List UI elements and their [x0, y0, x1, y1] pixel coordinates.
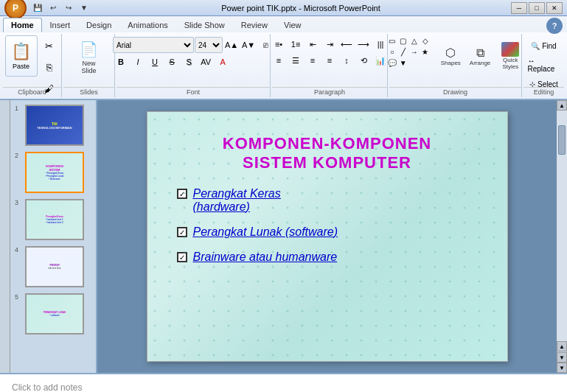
- slide-thumb-content-3: Perangkat Keras • hardware item 1 • hard…: [27, 200, 83, 239]
- slide-canvas-area: KOMPONEN-KOMPONEN SISTEM KOMPUTER ✓ Pera…: [97, 100, 557, 373]
- char-spacing-btn[interactable]: AV: [198, 55, 214, 69]
- find-btn[interactable]: 🔍 Find: [527, 37, 561, 55]
- line-spacing-btn[interactable]: ↕: [338, 53, 355, 68]
- slide-thumb-content-4: PRINTER info text here: [27, 248, 83, 286]
- tab-view[interactable]: View: [276, 18, 310, 32]
- title-bar: P 💾 ↩ ↪ ▼ Power point TIK.pptx - Microso…: [0, 0, 567, 16]
- scroll-prev-page[interactable]: ▲: [557, 341, 567, 351]
- tab-design[interactable]: Design: [78, 18, 119, 32]
- tab-slideshow[interactable]: Slide Show: [176, 18, 233, 32]
- close-btn[interactable]: ✕: [546, 2, 563, 14]
- indent-increase-btn[interactable]: ⇥: [321, 37, 338, 52]
- slide-title: KOMPONEN-KOMPONEN SISTEM KOMPUTER: [177, 134, 478, 172]
- italic-btn[interactable]: I: [130, 55, 146, 69]
- slide-bullets: ✓ Perangkat Keras (hardware) ✓ Perangkat…: [177, 187, 478, 264]
- scroll-next-page[interactable]: ▼: [557, 352, 567, 363]
- window-controls: ─ □ ✕: [511, 2, 563, 14]
- bullet-text-2: Perangkat Lunak (software): [193, 225, 338, 239]
- shape-line[interactable]: ╱: [398, 46, 408, 57]
- slide-thumb-4[interactable]: 4 PRINTER info text here: [13, 245, 93, 289]
- bullet-checkbox-3: ✓: [177, 252, 187, 262]
- strikethrough-btn[interactable]: S: [164, 55, 180, 69]
- redo-btn[interactable]: ↪: [62, 1, 75, 15]
- new-slide-button[interactable]: 📄 NewSlide: [76, 35, 102, 80]
- help-button[interactable]: ?: [546, 18, 563, 34]
- save-btn[interactable]: 💾: [31, 1, 44, 15]
- font-size-select[interactable]: 24 18 36: [195, 37, 223, 53]
- justify-btn[interactable]: ≡: [321, 53, 338, 68]
- shape-rect[interactable]: ▭: [387, 35, 397, 46]
- scroll-track: [557, 111, 567, 341]
- shape-oval[interactable]: ○: [387, 46, 397, 57]
- align-left-btn[interactable]: ≡: [271, 53, 287, 68]
- shape-star[interactable]: ★: [420, 46, 431, 57]
- paragraph-label: Paragraph: [272, 87, 387, 96]
- slide-image-4: PRINTER info text here: [25, 246, 84, 287]
- quick-styles-button[interactable]: QuickStyles: [497, 35, 523, 77]
- bold-btn[interactable]: B: [113, 55, 129, 69]
- text-direction-btn[interactable]: ⟲: [355, 53, 372, 68]
- slide-thumb-1[interactable]: 1 TIK TEKNOLOGI INFORMASI: [13, 103, 93, 147]
- replace-btn[interactable]: ↔ Replace: [527, 56, 561, 74]
- ribbon-tabs: Home Insert Design Animations Slide Show…: [0, 16, 567, 32]
- minimize-btn[interactable]: ─: [511, 2, 527, 14]
- shadow-btn[interactable]: S: [181, 55, 197, 69]
- font-family-select[interactable]: Arial Times New Roman: [113, 37, 194, 53]
- shape-triangle[interactable]: △: [409, 35, 420, 46]
- customize-btn[interactable]: ▼: [77, 1, 91, 15]
- tab-home[interactable]: Home: [3, 18, 42, 32]
- maximize-btn[interactable]: □: [529, 2, 545, 14]
- para-row-2: ≡ ☰ ≡ ≡ ↕ ⟲ 📊: [271, 53, 389, 68]
- shape-round[interactable]: ▢: [398, 35, 408, 46]
- copy-button[interactable]: ⎘: [39, 57, 60, 77]
- notes-placeholder: Click to add notes: [12, 382, 82, 392]
- decrease-font-btn[interactable]: A▼: [240, 38, 257, 52]
- slide-bullet-3: ✓ Brainware atau humanware: [177, 251, 478, 264]
- slide-thumb-3[interactable]: 3 Perangkat Keras • hardware item 1 • ha…: [13, 197, 93, 242]
- slide-num-5: 5: [15, 293, 22, 301]
- rtl-btn[interactable]: ⟵: [338, 37, 355, 52]
- slide-thumb-5[interactable]: 5 PERANGKAT LUNAK • software: [13, 292, 93, 336]
- slide-num-3: 3: [15, 199, 22, 206]
- slide-num-4: 4: [15, 246, 22, 253]
- arrange-button[interactable]: ⧉ Arrange: [466, 35, 494, 77]
- bullet-text-3: Brainware atau humanware: [193, 251, 338, 264]
- tab-insert[interactable]: Insert: [42, 18, 79, 32]
- align-center-btn[interactable]: ☰: [288, 53, 304, 68]
- left-panel-scrollbar: [0, 100, 10, 373]
- increase-font-btn[interactable]: A▲: [223, 38, 240, 52]
- slide-bullet-1: ✓ Perangkat Keras (hardware): [177, 187, 478, 214]
- align-right-btn[interactable]: ≡: [305, 53, 321, 68]
- shape-diamond[interactable]: ◇: [420, 35, 431, 46]
- paste-button[interactable]: 📋 Paste: [5, 35, 38, 77]
- font-color-btn[interactable]: A: [215, 55, 231, 69]
- ltr-btn[interactable]: ⟶: [355, 37, 372, 52]
- underline-btn[interactable]: U: [147, 55, 163, 69]
- slide-canvas[interactable]: KOMPONEN-KOMPONEN SISTEM KOMPUTER ✓ Pera…: [147, 111, 508, 362]
- scroll-down-btn[interactable]: ▼: [557, 363, 567, 373]
- scroll-thumb[interactable]: [558, 125, 566, 155]
- list-bullet-btn[interactable]: ≡•: [271, 37, 287, 52]
- paragraph-group: ≡• 1≡ ⇤ ⇥ ⟵ ⟶ ||| ≡ ☰ ≡ ≡ ↕ ⟲ 📊: [272, 34, 388, 97]
- drawing-group: ▭ ▢ △ ◇ ○ ╱ → ★ 💬 ▼: [389, 34, 522, 97]
- shape-arrow[interactable]: →: [409, 46, 420, 57]
- slide-thumb-2[interactable]: 2 KOMPONEN SISTEM • Perangkat Keras • Pe…: [13, 150, 93, 195]
- tab-review[interactable]: Review: [233, 18, 276, 32]
- font-group: Arial Times New Roman 24 18 36 A▲ A▼ ⎚ B…: [116, 34, 271, 97]
- undo-btn[interactable]: ↩: [46, 1, 60, 15]
- list-number-btn[interactable]: 1≡: [288, 37, 304, 52]
- main-area: 1 TIK TEKNOLOGI INFORMASI 2 KOMPONEN SIS…: [0, 100, 567, 373]
- shape-callout[interactable]: 💬: [387, 57, 397, 68]
- vertical-scrollbar: ▲ ▲ ▼ ▼: [557, 100, 567, 373]
- font-row-2: B I U S S AV A: [113, 55, 274, 69]
- shapes-button[interactable]: ⬡ Shapes: [437, 35, 465, 77]
- cut-button[interactable]: ✂: [39, 35, 60, 56]
- slides-label: Slides: [63, 87, 114, 96]
- indent-decrease-btn[interactable]: ⇤: [305, 37, 321, 52]
- slide-image-3: Perangkat Keras • hardware item 1 • hard…: [25, 199, 84, 240]
- slide-area: KOMPONEN-KOMPONEN SISTEM KOMPUTER ✓ Pera…: [97, 100, 567, 373]
- tab-animations[interactable]: Animations: [119, 18, 175, 32]
- window-title: Power point TIK.pptx - Microsoft PowerPo…: [91, 4, 511, 13]
- shape-more[interactable]: ▼: [398, 57, 408, 68]
- notes-area[interactable]: Click to add notes: [0, 373, 567, 392]
